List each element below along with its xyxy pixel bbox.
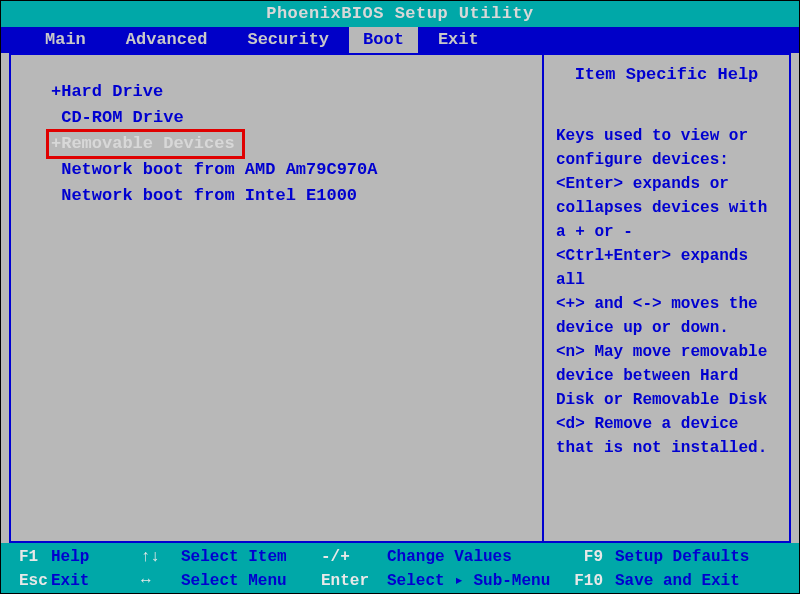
tab-security[interactable]: Security — [227, 27, 349, 53]
label-save-exit: Save and Exit — [615, 569, 740, 593]
tab-main[interactable]: Main — [25, 27, 106, 53]
app-title: PhoenixBIOS Setup Utility — [266, 4, 534, 23]
boot-order-panel: +Hard Drive CD-ROM Drive+Removable Devic… — [9, 53, 543, 543]
help-body: Keys used to view or configure devices: … — [556, 124, 777, 460]
boot-item[interactable]: +Hard Drive — [51, 79, 542, 105]
tab-advanced[interactable]: Advanced — [106, 27, 228, 53]
arrows-updown-icon — [141, 545, 181, 569]
key-f1: F1 — [5, 545, 51, 569]
label-select-menu: Select Menu — [181, 569, 321, 593]
key-esc: Esc — [5, 569, 51, 593]
arrows-leftright-icon — [141, 569, 181, 593]
label-help: Help — [51, 545, 141, 569]
key-enter: Enter — [321, 569, 387, 593]
title-bar: PhoenixBIOS Setup Utility — [1, 1, 799, 27]
main-area: +Hard Drive CD-ROM Drive+Removable Devic… — [9, 53, 791, 543]
key-f9: F9 — [567, 545, 615, 569]
footer-row-1: F1 Help Select Item -/+ Change Values F9… — [5, 545, 795, 569]
help-title: Item Specific Help — [556, 65, 777, 84]
tab-boot[interactable]: Boot — [349, 27, 418, 53]
boot-list[interactable]: +Hard Drive CD-ROM Drive+Removable Devic… — [11, 79, 542, 209]
label-exit: Exit — [51, 569, 141, 593]
label-select-item: Select Item — [181, 545, 321, 569]
footer-keys: F1 Help Select Item -/+ Change Values F9… — [1, 543, 799, 593]
tab-exit[interactable]: Exit — [418, 27, 499, 53]
key-plusminus: -/+ — [321, 545, 387, 569]
triangle-right-icon — [454, 572, 464, 590]
help-panel: Item Specific Help Keys used to view or … — [543, 53, 791, 543]
boot-item[interactable]: Network boot from AMD Am79C970A — [51, 157, 542, 183]
boot-item[interactable]: Network boot from Intel E1000 — [51, 183, 542, 209]
bios-screen: PhoenixBIOS Setup Utility MainAdvancedSe… — [0, 0, 800, 594]
label-setup-defaults: Setup Defaults — [615, 545, 749, 569]
label-select-submenu: Select Sub-Menu — [387, 569, 567, 593]
boot-item[interactable]: CD-ROM Drive — [51, 105, 542, 131]
key-f10: F10 — [567, 569, 615, 593]
label-change-values: Change Values — [387, 545, 567, 569]
menu-bar[interactable]: MainAdvancedSecurityBootExit — [1, 27, 799, 53]
boot-item[interactable]: +Removable Devices — [48, 131, 243, 157]
footer-row-2: Esc Exit Select Menu Enter Select Sub-Me… — [5, 569, 795, 593]
